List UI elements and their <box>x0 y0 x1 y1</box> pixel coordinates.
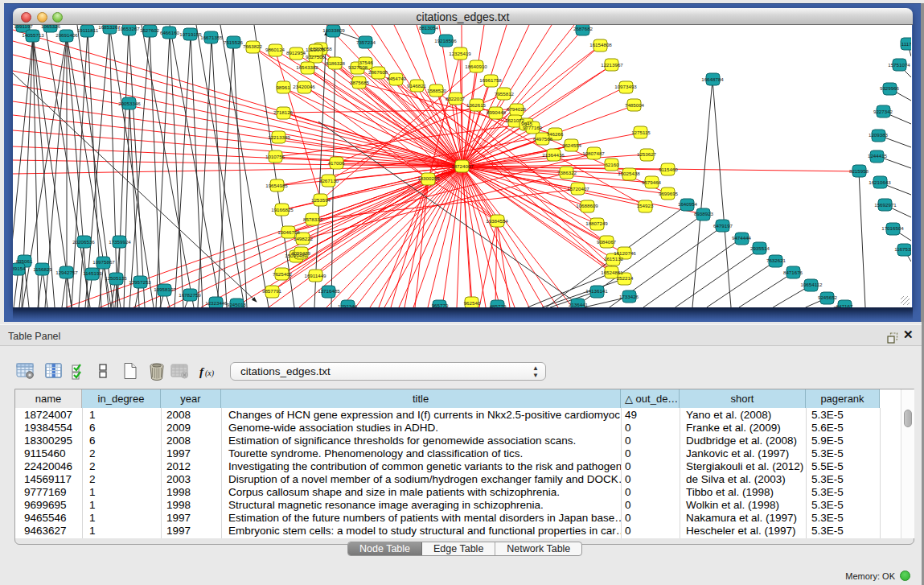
svg-text:1292344: 1292344 <box>338 303 358 307</box>
svg-text:3624554: 3624554 <box>562 142 582 148</box>
svg-text:20053346: 20053346 <box>118 101 141 106</box>
svg-text:2718126: 2718126 <box>273 109 294 115</box>
svg-text:39154: 39154 <box>13 266 26 271</box>
svg-text:16782759: 16782759 <box>179 292 201 298</box>
svg-text:1244415: 1244415 <box>868 153 888 159</box>
svg-text:9227342: 9227342 <box>873 109 893 114</box>
svg-text:9857791: 9857791 <box>262 288 282 294</box>
svg-text:1167533: 1167533 <box>894 246 911 252</box>
svg-text:6497568: 6497568 <box>533 136 553 142</box>
svg-text:12213967: 12213967 <box>601 62 623 68</box>
svg-text:8912954: 8912954 <box>286 50 306 56</box>
svg-text:10654112: 10654112 <box>800 282 823 287</box>
svg-text:1065326: 1065326 <box>41 25 61 29</box>
svg-text:16648784: 16648784 <box>701 76 724 82</box>
svg-text:19166825: 19166825 <box>271 207 294 212</box>
svg-text:(x): (x) <box>205 369 215 378</box>
svg-text:154923: 154923 <box>637 203 654 208</box>
svg-text:1275115: 1275115 <box>631 130 651 135</box>
svg-text:10046798: 10046798 <box>277 229 300 235</box>
svg-text:3875685: 3875685 <box>350 80 370 85</box>
svg-text:7485004: 7485004 <box>625 102 645 108</box>
svg-text:62160: 62160 <box>605 162 619 167</box>
svg-text:962540: 962540 <box>464 300 481 306</box>
svg-text:16671355: 16671355 <box>200 35 223 40</box>
svg-text:2867608: 2867608 <box>368 69 388 75</box>
svg-text:8813054: 8813054 <box>419 25 439 31</box>
svg-text:417006: 417006 <box>328 160 345 166</box>
svg-text:15751074: 15751074 <box>888 62 910 68</box>
svg-text:18300295: 18300295 <box>417 175 440 181</box>
svg-text:10958107: 10958107 <box>154 286 176 292</box>
svg-text:8454749: 8454749 <box>387 76 407 81</box>
svg-text:19218506: 19218506 <box>434 38 457 43</box>
svg-text:1991197: 1991197 <box>14 25 33 29</box>
svg-text:485779: 485779 <box>490 303 507 307</box>
svg-text:9084067: 9084067 <box>597 239 617 245</box>
svg-text:9245013: 9245013 <box>227 302 247 307</box>
svg-text:10975867: 10975867 <box>92 259 115 265</box>
svg-text:7663822: 7663822 <box>243 43 263 49</box>
svg-text:9245652: 9245652 <box>818 295 838 300</box>
svg-text:18724007: 18724007 <box>451 163 474 169</box>
svg-text:9115460: 9115460 <box>659 167 678 172</box>
svg-text:15720407: 15720407 <box>567 186 589 192</box>
svg-text:4099489: 4099489 <box>291 250 311 256</box>
svg-text:10688609: 10688609 <box>576 203 598 208</box>
svg-text:10973493: 10973493 <box>614 84 637 89</box>
svg-text:1145193: 1145193 <box>83 270 102 276</box>
svg-text:17359924: 17359924 <box>109 239 131 245</box>
svg-text:16911449: 16911449 <box>304 273 326 278</box>
svg-text:14136141: 14136141 <box>585 288 608 294</box>
svg-text:15692971: 15692971 <box>874 202 897 208</box>
svg-text:7955812: 7955812 <box>495 91 515 97</box>
svg-text:12505135: 12505135 <box>105 275 127 281</box>
svg-text:20206536: 20206536 <box>72 239 95 245</box>
svg-text:19384554: 19384554 <box>486 218 508 224</box>
svg-text:9146821: 9146821 <box>407 83 427 89</box>
svg-text:12323446: 12323446 <box>205 300 228 306</box>
svg-text:8322037: 8322037 <box>446 96 466 101</box>
svg-text:1640954: 1640954 <box>678 201 698 207</box>
svg-text:9579464: 9579464 <box>642 179 662 185</box>
svg-text:10719155: 10719155 <box>179 31 202 37</box>
svg-text:1156829: 1156829 <box>33 266 52 272</box>
svg-text:20691406: 20691406 <box>55 32 78 38</box>
svg-text:17957253: 17957253 <box>129 279 151 285</box>
svg-text:1362615: 1362615 <box>466 102 487 108</box>
svg-text:12325419: 12325419 <box>449 51 471 56</box>
svg-text:847167: 847167 <box>836 303 853 307</box>
svg-text:1615132: 1615132 <box>604 256 624 262</box>
svg-text:23420046: 23420046 <box>293 84 315 89</box>
svg-text:3267130: 3267130 <box>319 178 339 183</box>
svg-text:12213389: 12213389 <box>268 134 290 140</box>
svg-text:21364436: 21364436 <box>542 152 565 158</box>
svg-text:252214: 252214 <box>617 275 634 281</box>
svg-text:37546: 37546 <box>359 60 373 65</box>
svg-text:1209383: 1209383 <box>869 132 889 138</box>
svg-text:8990448: 8990448 <box>487 109 507 115</box>
svg-text:16961758: 16961758 <box>479 77 502 83</box>
svg-text:835061: 835061 <box>16 258 33 264</box>
svg-text:9699695: 9699695 <box>659 191 679 196</box>
svg-text:17016504: 17016504 <box>881 225 904 231</box>
svg-text:965779: 965779 <box>432 303 449 307</box>
svg-text:1322075: 1322075 <box>306 47 326 52</box>
svg-text:2935514: 2935514 <box>750 245 770 251</box>
svg-text:1010756: 1010756 <box>265 154 285 159</box>
svg-text:7357234: 7357234 <box>356 39 376 45</box>
svg-text:2687682: 2687682 <box>573 26 593 31</box>
svg-text:1733426: 1733426 <box>619 294 639 299</box>
svg-text:18807249: 18807249 <box>585 220 608 226</box>
svg-text:9327508: 9327508 <box>348 64 368 70</box>
svg-text:8215958: 8215958 <box>849 168 869 174</box>
svg-text:9860124: 9860124 <box>265 47 285 52</box>
svg-text:8186328: 8186328 <box>326 60 346 66</box>
svg-text:10807487: 10807487 <box>582 150 605 156</box>
svg-text:11172: 11172 <box>901 41 911 47</box>
svg-text:8471676: 8471676 <box>783 270 803 275</box>
svg-text:10025438: 10025438 <box>618 171 640 176</box>
svg-text:16524861: 16524861 <box>601 270 623 275</box>
svg-text:8938923: 8938923 <box>694 211 714 216</box>
svg-text:16033809: 16033809 <box>322 27 345 33</box>
